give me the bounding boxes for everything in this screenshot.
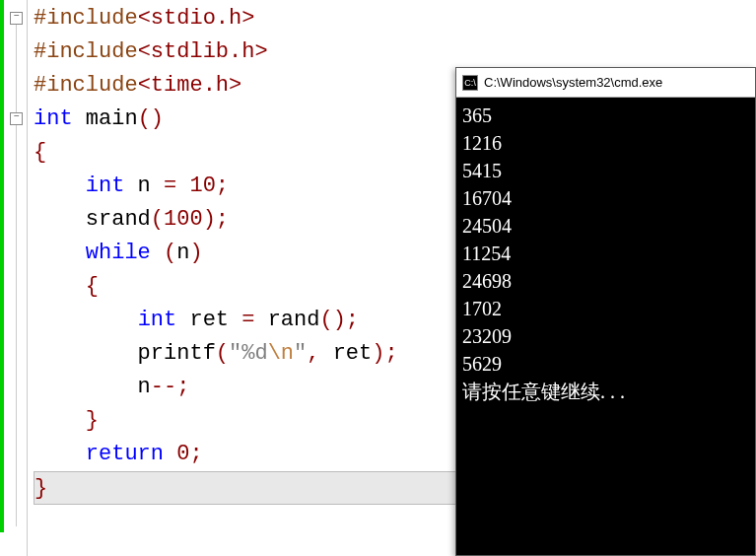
code-token: <stdio.h> [138, 6, 255, 31]
code-token: ); [203, 207, 229, 232]
code-token: ( [164, 241, 176, 265]
console-line: 1702 [462, 295, 749, 322]
code-line[interactable]: #include<stdlib.h> [34, 35, 756, 69]
code-token: ; [189, 442, 202, 466]
console-line: 请按任意键继续. . . [462, 378, 749, 405]
code-token: ret [176, 308, 241, 332]
code-token: ); [372, 341, 397, 366]
console-line: 11254 [462, 240, 749, 267]
code-token: --; [151, 375, 190, 399]
code-token: int [138, 308, 177, 332]
code-token: ret [319, 341, 372, 366]
cmd-icon: C:\ [462, 75, 478, 91]
console-title: C:\Windows\system32\cmd.exe [484, 75, 662, 90]
code-token: ) [189, 241, 202, 265]
code-token [176, 174, 189, 198]
console-line: 1216 [462, 129, 749, 157]
code-token: = [241, 308, 254, 332]
code-token [34, 442, 86, 466]
console-line: 5629 [462, 350, 749, 378]
code-token: 10 [189, 174, 215, 198]
console-line: 16704 [462, 184, 749, 212]
console-line: 24698 [462, 267, 749, 295]
code-token: , [307, 341, 319, 366]
code-token: n [176, 241, 189, 265]
code-token: main [73, 106, 138, 131]
console-window[interactable]: C:\ C:\Windows\system32\cmd.exe 36512165… [455, 67, 756, 556]
code-token: { [86, 274, 99, 299]
code-token [34, 274, 86, 299]
code-token: 100 [164, 207, 203, 232]
code-token: n [124, 174, 164, 198]
code-token: ; [216, 174, 229, 198]
console-output: 3651216541516704245041125424698170223209… [456, 98, 755, 409]
console-line: 5415 [462, 157, 749, 184]
code-token: () [138, 106, 164, 131]
code-token: n [34, 375, 151, 399]
code-token: } [86, 408, 99, 433]
console-line: 365 [462, 102, 749, 129]
code-token: #include [34, 73, 138, 98]
console-line: 23209 [462, 322, 749, 350]
code-token: return [86, 442, 164, 466]
code-token: rand [254, 308, 319, 332]
console-line: 24504 [462, 212, 749, 240]
code-token: #include [34, 39, 138, 64]
code-token [34, 308, 138, 332]
code-token [34, 241, 86, 265]
code-token: " [294, 341, 307, 366]
fold-toggle-icon[interactable] [10, 112, 23, 125]
code-token: (); [319, 308, 359, 332]
fold-toggle-icon[interactable] [10, 12, 23, 25]
code-token: = [164, 174, 176, 198]
code-token: int [34, 106, 73, 131]
code-token: 0 [176, 442, 189, 466]
code-token [34, 408, 86, 433]
change-indicator [0, 0, 4, 532]
code-token: { [34, 140, 46, 165]
code-token: while [86, 241, 151, 265]
code-token: int [86, 174, 125, 198]
code-token: \n [268, 341, 294, 366]
code-token: ( [151, 207, 164, 232]
code-token: printf [34, 341, 216, 366]
fold-guide [16, 14, 17, 526]
code-token: srand [34, 207, 151, 232]
code-token: <time.h> [138, 73, 242, 98]
code-token [151, 241, 164, 265]
code-token [34, 174, 86, 198]
editor-gutter [0, 0, 28, 556]
code-token: } [34, 476, 47, 501]
code-token: "%d [229, 341, 268, 366]
code-token: ( [216, 341, 229, 366]
code-token: <stdlib.h> [138, 39, 268, 64]
code-token [164, 442, 176, 466]
code-line[interactable]: #include<stdio.h> [34, 2, 756, 35]
code-token: #include [34, 6, 138, 31]
console-titlebar[interactable]: C:\ C:\Windows\system32\cmd.exe [456, 68, 755, 98]
